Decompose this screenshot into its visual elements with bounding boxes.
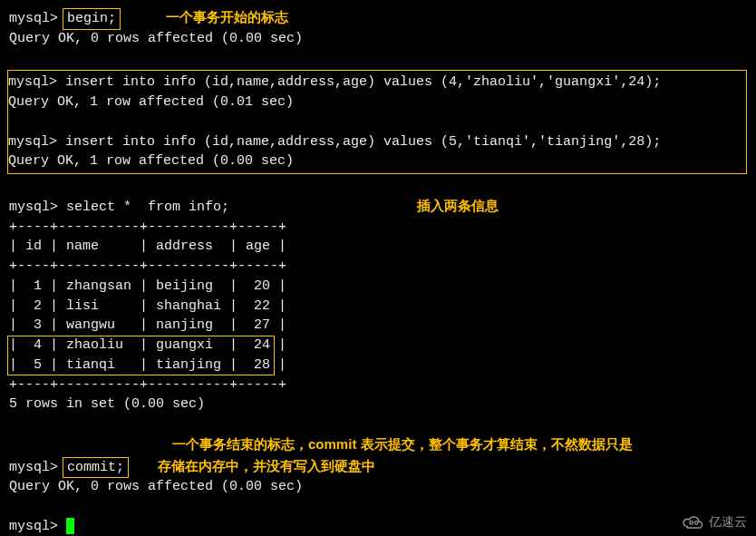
commit-annotation2: 存储在内存中，并没有写入到硬盘中 bbox=[158, 458, 375, 473]
table-border-bot: +----+----------+----------+-----+ bbox=[9, 375, 747, 395]
blank bbox=[8, 112, 742, 132]
select-line: mysql> select * from info; 插入两条信息 bbox=[9, 196, 747, 218]
begin-box: begin; bbox=[63, 8, 121, 30]
table-header: | id | name | address | age | bbox=[9, 237, 747, 257]
blank bbox=[9, 414, 747, 434]
cloud-icon bbox=[680, 513, 705, 530]
table-row: | 3 | wangwu | nanjing | 27 | bbox=[9, 316, 747, 336]
commit-cmd: commit; bbox=[67, 460, 124, 475]
prompt: mysql> bbox=[9, 519, 58, 534]
select-cmd: select * from info; bbox=[66, 200, 229, 215]
svg-point-1 bbox=[694, 521, 698, 524]
commit-box: commit; bbox=[63, 457, 129, 479]
insert-annotation: 插入两条信息 bbox=[417, 198, 499, 213]
select-summary: 5 rows in set (0.00 sec) bbox=[9, 395, 747, 414]
table-row: | 1 | zhangsan | beijing | 20 | bbox=[9, 277, 747, 297]
insert2-result: Query OK, 1 row affected (0.00 sec) bbox=[8, 151, 742, 171]
watermark-text: 亿速云 bbox=[709, 512, 747, 531]
commit-result: Query OK, 0 rows affected (0.00 sec) bbox=[9, 477, 747, 497]
cursor-icon bbox=[66, 518, 74, 534]
prompt: mysql> bbox=[8, 74, 57, 90]
terminal[interactable]: mysql> begin; 一个事务开始的标志 Query OK, 0 rows… bbox=[9, 7, 747, 536]
svg-point-0 bbox=[690, 521, 693, 524]
insert1-result: Query OK, 1 row affected (0.01 sec) bbox=[8, 93, 742, 112]
table-row: | 4 | zhaoliu | guangxi | 24 | bbox=[9, 336, 747, 356]
insert-box: mysql> insert into info (id,name,address… bbox=[7, 70, 747, 174]
watermark: 亿速云 bbox=[680, 512, 747, 531]
begin-result: Query OK, 0 rows affected (0.00 sec) bbox=[9, 29, 747, 49]
prompt-line[interactable]: mysql> bbox=[9, 517, 747, 536]
prompt: mysql> bbox=[9, 460, 58, 475]
commit-annotation1: 一个事务结束的标志，commit 表示提交，整个事务才算结束，不然数据只是 bbox=[172, 436, 633, 452]
insert2-cmd: insert into info (id,name,address,age) v… bbox=[65, 134, 661, 150]
table-border-mid: +----+----------+----------+-----+ bbox=[9, 257, 747, 277]
commit-annotation-line1: 一个事务结束的标志，commit 表示提交，整个事务才算结束，不然数据只是 bbox=[9, 434, 747, 456]
prompt: mysql> bbox=[9, 11, 58, 26]
begin-annotation: 一个事务开始的标志 bbox=[166, 9, 288, 24]
table-row: | 2 | lisi | shanghai | 22 | bbox=[9, 297, 747, 317]
blank bbox=[9, 497, 747, 517]
insert1-cmd: insert into info (id,name,address,age) v… bbox=[65, 74, 661, 90]
table-border-top: +----+----------+----------+-----+ bbox=[9, 218, 747, 238]
insert1-line: mysql> insert into info (id,name,address… bbox=[8, 73, 742, 93]
prompt: mysql> bbox=[8, 134, 57, 150]
begin-cmd: begin; bbox=[67, 11, 116, 26]
table-row: | 5 | tianqi | tianjing | 28 | bbox=[9, 356, 747, 375]
prompt: mysql> bbox=[9, 200, 58, 215]
commit-line: mysql> commit; 存储在内存中，并没有写入到硬盘中 bbox=[9, 456, 747, 478]
begin-line: mysql> begin; 一个事务开始的标志 bbox=[9, 7, 747, 29]
blank bbox=[9, 176, 747, 196]
blank bbox=[9, 49, 747, 69]
insert2-line: mysql> insert into info (id,name,address… bbox=[8, 132, 742, 152]
